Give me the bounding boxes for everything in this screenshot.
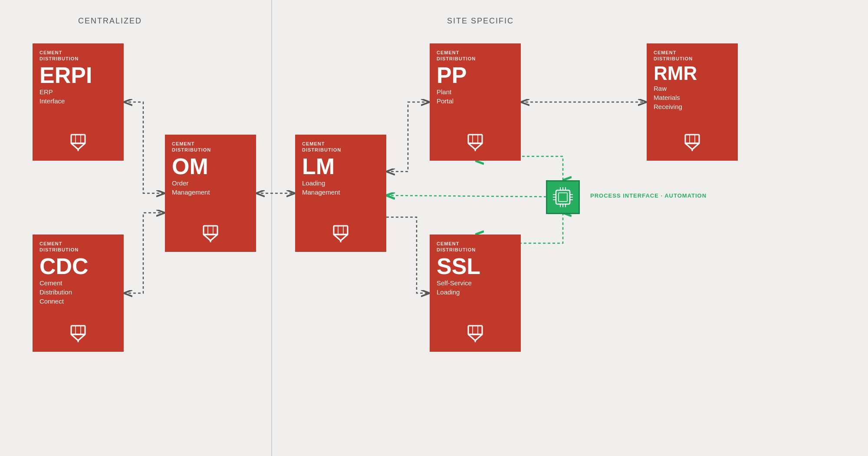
rmr-subtitle: RawMaterialsReceiving (654, 84, 731, 127)
svg-marker-31 (468, 334, 482, 340)
pp-module: CEMENTDISTRIBUTION PP PlantPortal (430, 43, 521, 161)
svg-rect-36 (559, 193, 567, 202)
svg-marker-1 (71, 143, 85, 149)
process-interface-label: PROCESS INTERFACE · AUTOMATION (590, 192, 707, 199)
ssl-label: CEMENTDISTRIBUTION (437, 241, 514, 253)
cdc-title: CDC (39, 255, 117, 278)
lm-icon (330, 222, 351, 245)
om-subtitle: OrderManagement (172, 178, 249, 218)
diagram-container: CENTRALIZED SITE SPECIFIC (0, 0, 868, 456)
erpi-om-arrow (124, 102, 165, 193)
erpi-title: ERPI (39, 64, 117, 86)
svg-marker-11 (71, 334, 85, 340)
lm-pp-arrow (386, 102, 430, 172)
cdc-label: CEMENTDISTRIBUTION (39, 241, 117, 253)
svg-rect-20 (468, 135, 482, 143)
plc-box (546, 180, 580, 214)
pp-subtitle: PlantPortal (437, 87, 514, 127)
erpi-module: CEMENTDISTRIBUTION ERPI ERPInterface (33, 43, 124, 161)
om-icon (200, 222, 221, 245)
svg-marker-26 (685, 143, 699, 149)
lm-label: CEMENTDISTRIBUTION (302, 141, 379, 153)
svg-marker-16 (334, 235, 348, 241)
ssl-subtitle: Self-ServiceLoading (437, 278, 514, 318)
section-divider (271, 0, 272, 456)
svg-rect-25 (685, 135, 699, 143)
erpi-icon (68, 131, 89, 154)
cdc-module: CEMENTDISTRIBUTION CDC CementDistributio… (33, 235, 124, 352)
svg-marker-21 (468, 143, 482, 149)
rmr-module: CEMENTDISTRIBUTION RMR RawMaterialsRecei… (647, 43, 738, 161)
svg-rect-0 (71, 135, 85, 143)
svg-rect-30 (468, 326, 482, 334)
lm-plc-green-arrow (386, 195, 547, 197)
lm-module: CEMENTDISTRIBUTION LM LoadingManagement (295, 135, 386, 252)
erpi-subtitle: ERPInterface (39, 87, 117, 127)
pp-icon (465, 131, 486, 154)
svg-rect-10 (71, 326, 85, 334)
lm-subtitle: LoadingManagement (302, 178, 379, 218)
svg-rect-15 (334, 226, 348, 235)
erpi-label: CEMENTDISTRIBUTION (39, 50, 117, 62)
svg-marker-6 (204, 235, 217, 241)
om-label: CEMENTDISTRIBUTION (172, 141, 249, 153)
cdc-icon (68, 322, 89, 345)
site-specific-label: SITE SPECIFIC (447, 17, 514, 26)
om-module: CEMENTDISTRIBUTION OM OrderManagement (165, 135, 256, 252)
rmr-label: CEMENTDISTRIBUTION (654, 50, 731, 62)
rmr-icon (682, 131, 703, 154)
ssl-module: CEMENTDISTRIBUTION SSL Self-ServiceLoadi… (430, 235, 521, 352)
pp-label: CEMENTDISTRIBUTION (437, 50, 514, 62)
ssl-icon (465, 322, 486, 345)
pp-title: PP (437, 64, 514, 86)
cdc-subtitle: CementDistributionConnect (39, 278, 117, 318)
svg-rect-35 (556, 190, 570, 204)
lm-ssl-arrow (386, 217, 430, 293)
om-title: OM (172, 155, 249, 178)
centralized-label: CENTRALIZED (78, 17, 142, 26)
rmr-title: RMR (654, 64, 731, 83)
cdc-om-arrow (124, 213, 165, 293)
lm-title: LM (302, 155, 379, 178)
svg-rect-5 (204, 226, 217, 235)
ssl-title: SSL (437, 255, 514, 278)
